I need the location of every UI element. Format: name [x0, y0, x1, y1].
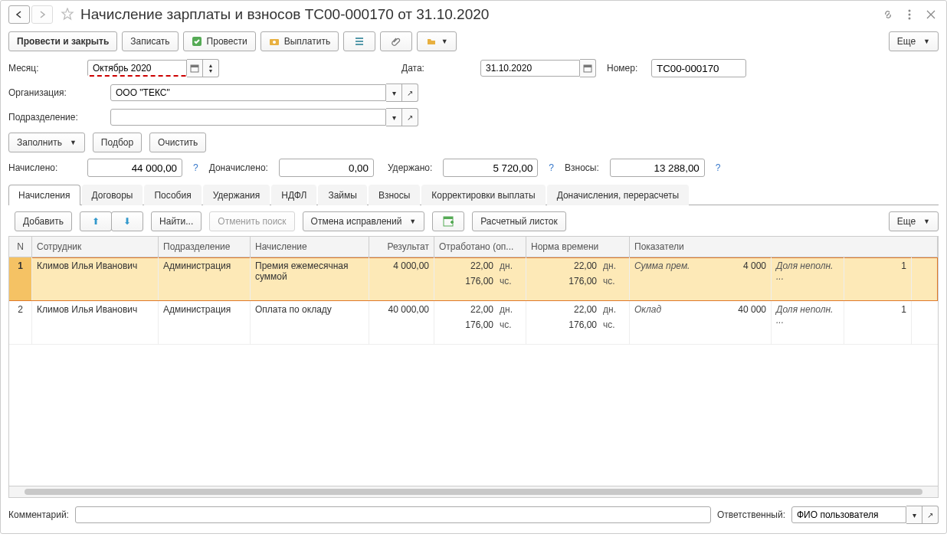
responsible-input[interactable] [791, 506, 906, 523]
move-up-button[interactable]: ⬆ [80, 211, 112, 231]
date-label: Дата: [401, 63, 474, 74]
number-input[interactable] [651, 59, 746, 77]
add-row-button[interactable]: Добавить [15, 211, 72, 231]
tab-more-button[interactable]: Еще ▼ [889, 211, 939, 231]
calendar-icon[interactable] [580, 59, 596, 77]
contrib-value[interactable] [610, 159, 705, 177]
more-button[interactable]: Еще ▼ [889, 31, 939, 51]
tab-3[interactable]: Удержания [203, 185, 270, 205]
nav-forward-button [31, 5, 53, 24]
close-icon[interactable] [923, 7, 939, 22]
folder-dropdown-button[interactable]: ▼ [417, 31, 457, 51]
date-field-group [480, 59, 596, 77]
clear-button[interactable]: Очистить [149, 133, 206, 152]
link-icon[interactable] [880, 7, 896, 22]
accrued-help-icon[interactable]: ? [193, 162, 198, 173]
more-label: Еще [897, 36, 916, 47]
col-worked[interactable]: Отработано (оп... [434, 237, 526, 257]
tab-4[interactable]: НДФЛ [271, 185, 316, 205]
svg-rect-12 [584, 65, 591, 67]
tab-1[interactable]: Договоры [82, 185, 143, 205]
horizontal-scrollbar[interactable] [9, 486, 938, 497]
fill-button[interactable]: Заполнить ▼ [8, 133, 85, 152]
dep-input[interactable] [110, 109, 386, 126]
withheld-help-icon[interactable]: ? [549, 162, 554, 173]
tab-more-label: Еще [897, 216, 916, 227]
scrollbar-thumb[interactable] [25, 489, 922, 495]
comment-input[interactable] [75, 506, 711, 523]
table-row[interactable]: 2Климов Илья ИвановичАдминистрацияОплата… [9, 301, 938, 345]
open-icon[interactable]: ↗ [402, 84, 418, 102]
svg-point-1 [909, 14, 911, 16]
payslip-button[interactable]: Расчетный листок [472, 211, 565, 231]
accrued-value[interactable] [87, 159, 182, 177]
post-button[interactable]: Провести [183, 31, 256, 51]
tab-0[interactable]: Начисления [8, 185, 80, 205]
columns-icon [443, 216, 454, 227]
kebab-icon[interactable] [902, 7, 917, 22]
pay-button[interactable]: Выплатить [261, 31, 339, 51]
attachments-button[interactable] [380, 31, 412, 51]
col-result[interactable]: Результат [369, 237, 434, 257]
calendar-icon[interactable] [187, 59, 203, 77]
post-icon [192, 36, 202, 47]
grid-body[interactable]: 1Климов Илья ИвановичАдминистрацияПремия… [9, 257, 938, 486]
col-department[interactable]: Подразделение [159, 237, 251, 257]
svg-point-2 [909, 18, 911, 20]
org-input[interactable] [110, 84, 386, 101]
table-row[interactable]: 1Климов Илья ИвановичАдминистрацияПремия… [9, 257, 938, 301]
chevron-down-icon[interactable]: ▾ [386, 84, 402, 102]
save-button[interactable]: Записать [122, 31, 178, 51]
contrib-help-icon[interactable]: ? [716, 162, 721, 173]
svg-rect-6 [356, 38, 363, 39]
clip-icon [391, 36, 401, 47]
post-and-close-button[interactable]: Провести и закрыть [8, 31, 117, 51]
col-employee[interactable]: Сотрудник [32, 237, 159, 257]
chevron-down-icon: ▼ [409, 218, 416, 225]
date-input[interactable] [480, 60, 580, 77]
arrow-up-icon: ⬆ [92, 216, 100, 227]
columns-button[interactable] [432, 211, 464, 231]
nav-back-button[interactable] [8, 5, 30, 24]
month-spinner[interactable]: ▲▼ [203, 59, 219, 77]
post-label: Провести [207, 36, 247, 47]
extra-accrued-value[interactable] [279, 159, 374, 177]
list-mode-button[interactable] [343, 31, 375, 51]
open-icon[interactable]: ↗ [922, 506, 939, 524]
withheld-label: Удержано: [388, 162, 432, 173]
pick-button[interactable]: Подбор [93, 133, 142, 152]
svg-rect-14 [444, 217, 453, 219]
number-label: Номер: [607, 63, 645, 74]
move-down-button[interactable]: ⬇ [111, 211, 143, 231]
open-icon[interactable]: ↗ [402, 108, 418, 126]
col-norm[interactable]: Норма времени [526, 237, 630, 257]
accruals-grid: N Сотрудник Подразделение Начисление Рез… [8, 236, 939, 498]
svg-rect-10 [191, 65, 198, 67]
col-indicators[interactable]: Показатели [630, 237, 938, 257]
tab-6[interactable]: Взносы [369, 185, 420, 205]
cancel-fix-button[interactable]: Отмена исправлений ▼ [303, 211, 425, 231]
pay-icon [269, 36, 280, 47]
chevron-down-icon: ▼ [923, 38, 930, 45]
contrib-label: Взносы: [565, 162, 599, 173]
tab-8[interactable]: Доначисления, перерасчеты [547, 185, 689, 205]
list-icon [354, 36, 365, 47]
col-n[interactable]: N [9, 237, 32, 257]
find-button[interactable]: Найти... [151, 211, 202, 231]
org-label: Организация: [8, 87, 104, 98]
tabs: НачисленияДоговорыПособияУдержанияНДФЛЗа… [8, 185, 939, 205]
accrued-label: Начислено: [8, 162, 81, 173]
tab-5[interactable]: Займы [318, 185, 367, 205]
fill-label: Заполнить [17, 137, 62, 148]
svg-point-0 [909, 10, 911, 12]
cancel-find-button: Отменить поиск [209, 211, 294, 231]
withheld-value[interactable] [443, 159, 538, 177]
tab-7[interactable]: Корректировки выплаты [421, 185, 545, 205]
chevron-down-icon[interactable]: ▾ [906, 506, 922, 524]
tab-2[interactable]: Пособия [144, 185, 201, 205]
month-input[interactable] [87, 60, 187, 77]
chevron-down-icon[interactable]: ▾ [386, 108, 402, 126]
favorite-icon[interactable] [59, 6, 76, 23]
tab-toolbar: Добавить ⬆ ⬇ Найти... Отменить поиск Отм… [1, 205, 946, 236]
col-charge[interactable]: Начисление [251, 237, 369, 257]
